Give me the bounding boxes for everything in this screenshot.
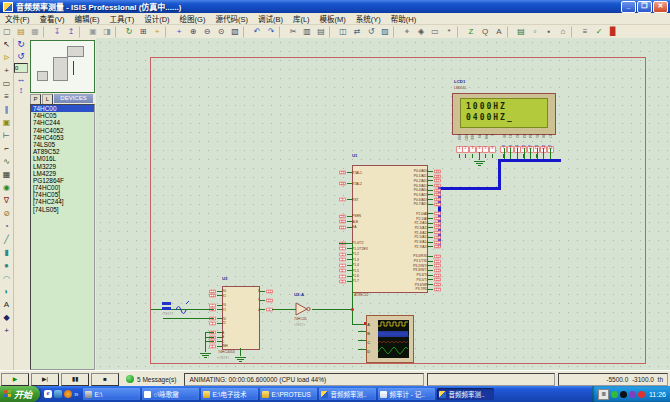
taskbar-window-button[interactable]: E:\电子技术 [201,388,258,400]
taskbar-clock[interactable]: 11:26 [649,391,666,398]
print-area-icon[interactable]: ◨ [100,25,114,38]
current-probe-icon[interactable]: ⊘ [1,207,13,220]
toolbar-icon[interactable]: | [165,26,171,38]
toolbar-icon[interactable]: | [571,26,577,38]
device-list-item[interactable]: LM016L [31,155,94,162]
zoom-area-icon[interactable]: ▧ [228,25,242,38]
toolbar-icon[interactable]: | [393,26,399,38]
block-rotate-icon[interactable]: ↺ [364,25,378,38]
oscilloscope[interactable]: ABCD [366,315,414,363]
pause-button[interactable]: ▮▮ [61,373,89,386]
redo-icon[interactable]: ↷ [264,25,278,38]
zoom-all-icon[interactable]: ⊙ [214,25,228,38]
device-list-item[interactable]: 74HC244 [31,119,94,126]
rotation-angle-input[interactable]: 0 [14,63,28,73]
new-file-icon[interactable]: ▢ [0,25,14,38]
grid-toggle-icon[interactable]: ⊞ [136,25,150,38]
block-copy-icon[interactable]: ◫ [336,25,350,38]
toolbar-icon[interactable]: | [507,26,513,38]
print-icon[interactable]: ▣ [86,25,100,38]
menu-item[interactable]: 设计(D) [139,13,174,24]
mirror-horizontal-button[interactable]: ↔ [17,74,26,85]
design-explorer-icon[interactable]: ▤ [514,25,528,38]
toolbar-icon[interactable]: | [43,26,49,38]
desktop-quicklaunch-icon[interactable] [54,390,62,398]
close-button[interactable]: ✕ [653,1,668,13]
toolbar-icon[interactable]: | [329,26,335,38]
menu-item[interactable]: 帮助(H) [386,13,421,24]
new-sheet-icon[interactable]: ▫ [528,25,542,38]
device-list-item[interactable]: [74LS05] [31,206,94,213]
security-shield-tray-icon[interactable] [638,391,645,398]
menu-item[interactable]: 源代码(S) [210,13,253,24]
media-quicklaunch-icon[interactable] [64,390,72,398]
undo-icon[interactable]: ↶ [250,25,264,38]
open-file-icon[interactable]: ▤ [14,25,28,38]
toolbar-icon[interactable]: | [115,26,121,38]
save-file-icon[interactable]: ▦ [28,25,42,38]
2d-circle-icon[interactable]: ● [1,259,13,272]
pick-device-icon[interactable]: ⌖ [400,25,414,38]
message-status-icon[interactable] [126,375,134,383]
menu-item[interactable]: 绘图(G) [175,13,211,24]
minimize-button[interactable]: _ [621,1,636,13]
packaging-tool-icon[interactable]: ▭ [428,25,442,38]
terminal-mode-icon[interactable]: ⊢ [1,129,13,142]
device-list-item[interactable]: LM3229 [31,163,94,170]
zoom-out-icon[interactable]: ⊖ [200,25,214,38]
device-list-item[interactable]: AT89C52 [31,148,94,155]
taskbar-window-button[interactable]: 音频频率测.. [319,388,376,400]
ie-quicklaunch-icon[interactable]: e [44,390,52,398]
2d-line-icon[interactable]: ╱ [1,233,13,246]
2d-text-icon[interactable]: A [1,298,13,311]
schematic-canvas[interactable]: LCD1 LM016L 1000HZ 0400HZ_ VSS 1 VDD 2 V… [96,38,670,370]
qq-tray-icon[interactable] [620,391,627,398]
search-tag-icon[interactable]: Q [478,25,492,38]
antivirus-tray-icon[interactable] [611,391,618,398]
2d-arc-icon[interactable]: ◠ [1,272,13,285]
toolbar-icon[interactable]: | [79,26,85,38]
device-list-item[interactable]: [74HC05] [31,191,94,198]
toolbar-icon[interactable]: | [279,26,285,38]
device-list-item[interactable]: 74HC4052 [31,127,94,134]
bus-mode-icon[interactable]: ∥ [1,103,13,116]
property-assignment-icon[interactable]: A [492,25,506,38]
toolbar-icon[interactable]: | [457,26,463,38]
taskbar-window-button[interactable]: 频率计 - 记.. [378,388,435,400]
pan-icon[interactable]: + [172,25,186,38]
mux-74hc4053[interactable]: 12X0 13X1 2Y0 1Y1 5Z0 3Z1 [222,286,260,350]
step-button[interactable]: ▶| [31,373,59,386]
device-list-item[interactable]: LM4229 [31,170,94,177]
block-move-icon[interactable]: ⇄ [350,25,364,38]
tape-recorder-icon[interactable]: ▦ [1,168,13,181]
electrical-check-icon[interactable]: ✓ [592,25,606,38]
2d-path-icon[interactable]: ◗ [1,285,13,298]
mirror-vertical-button[interactable]: ↕ [19,85,24,96]
selection-pointer-icon[interactable]: ↖ [1,38,13,51]
marker-icon[interactable]: + [1,324,13,337]
device-list-item[interactable]: [74HC244] [31,198,94,205]
origin-icon[interactable]: + [150,25,164,38]
remove-sheet-icon[interactable]: ▪ [542,25,556,38]
maximize-button[interactable]: ❐ [637,1,652,13]
taskbar-window-button[interactable]: 音频频率测.. [437,388,494,400]
text-script-icon[interactable]: ≡ [1,90,13,103]
menu-item[interactable]: 编辑(E) [70,13,105,24]
export-icon[interactable]: ↥ [64,25,78,38]
decompose-icon[interactable]: * [442,25,456,38]
signal-generator[interactable]: <TEXT> [162,300,190,322]
wire-label-icon[interactable]: ▭ [1,77,13,90]
mcu-at89c52[interactable]: 19XTAL1 18XTAL2 9RST [352,165,428,293]
inverter-gate[interactable] [295,302,313,316]
rotate-clockwise-button[interactable]: ↻ [17,38,25,50]
generator-mode-icon[interactable]: ◉ [1,181,13,194]
device-list-item[interactable]: 74LS05 [31,141,94,148]
paste-icon[interactable]: ▤ [314,25,328,38]
quicklaunch-overflow-chevron[interactable]: » [74,390,78,399]
language-indicator-icon[interactable]: ≣ [598,389,609,400]
virtual-instruments-icon[interactable]: ◔ [1,220,13,233]
menu-item[interactable]: 工具(T) [105,13,140,24]
menu-item[interactable]: 调试(B) [253,13,288,24]
subcircuit-icon[interactable]: ▣ [1,116,13,129]
toolbar-icon[interactable]: | [243,26,249,38]
